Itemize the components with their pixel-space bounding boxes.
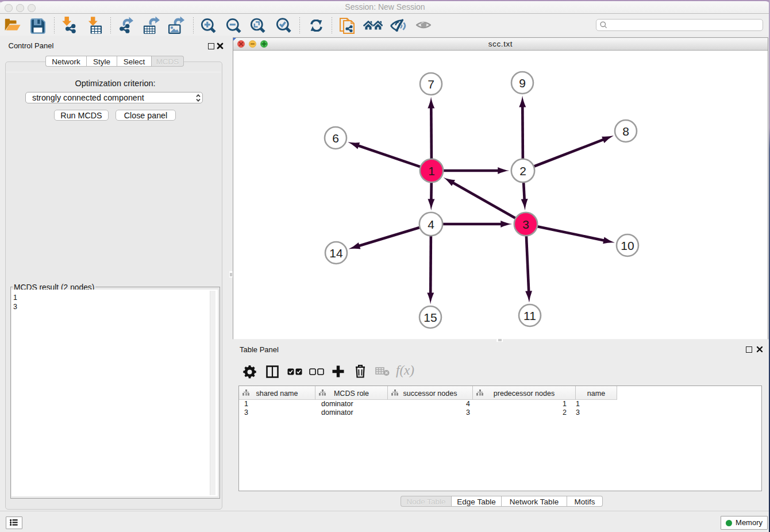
- svg-text:15: 15: [424, 311, 437, 324]
- svg-text:4: 4: [428, 218, 434, 231]
- svg-text:6: 6: [332, 132, 339, 145]
- svg-text:14: 14: [329, 246, 343, 260]
- svg-text:8: 8: [622, 125, 629, 138]
- svg-text:9: 9: [519, 76, 526, 90]
- svg-text:3: 3: [522, 218, 529, 231]
- svg-text:11: 11: [523, 309, 536, 322]
- svg-text:1: 1: [428, 164, 435, 178]
- svg-text:10: 10: [621, 239, 634, 252]
- svg-text:2: 2: [519, 164, 526, 178]
- svg-text:7: 7: [428, 78, 434, 91]
